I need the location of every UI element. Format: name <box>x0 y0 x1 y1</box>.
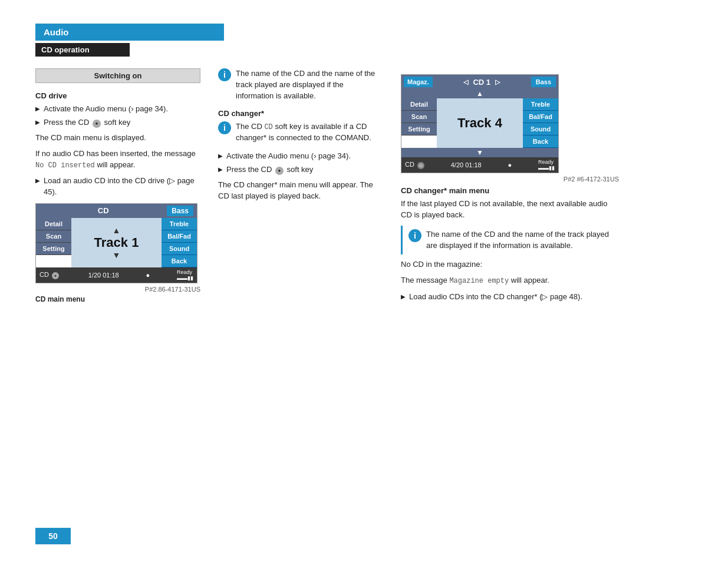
footer-time: 1/20 01:18 <box>88 272 119 279</box>
magazine-empty-code: Magazine empty <box>449 277 509 285</box>
changer-bass-btn[interactable]: Bass <box>531 77 556 87</box>
arrow-right-icon: ▷ <box>495 78 500 86</box>
cd-screen-right-btns: Treble Bal/Fad Sound Back <box>162 218 197 267</box>
info-icon-right: i <box>409 229 421 242</box>
cd-changer-title-bar: ◁ CD 1 ▷ <box>433 78 531 87</box>
cd-icon-mid: ● <box>275 167 284 175</box>
track-label: Track 1 <box>94 235 139 250</box>
load-changer-bullets: Load audio CDs into the CD changer* (▷ p… <box>401 292 619 302</box>
mid-column: i The name of the CD and the name of the… <box>212 68 395 207</box>
cd-icon-footer: ● <box>52 272 59 279</box>
cd-changer-screen: Magaz. ◁ CD 1 ▷ Bass ▲ Detail Scan Sett <box>401 74 559 173</box>
cd-screen-top: CD Bass <box>36 204 197 218</box>
bullet-press-cd-text: Press the CD ● soft key <box>44 117 130 128</box>
arrow-up-icon: ▲ <box>113 226 121 235</box>
changer-detail-btn[interactable]: Detail <box>401 98 437 111</box>
changer-balfad-btn[interactable]: Bal/Fad <box>523 111 558 123</box>
changer-desc1: If the last played CD is not available, … <box>401 199 619 221</box>
cd-setting-btn[interactable]: Setting <box>36 243 71 255</box>
changer-setting-btn[interactable]: Setting <box>401 123 437 135</box>
cd-changer-left-btns: Detail Scan Setting <box>401 98 437 148</box>
bullet-activate-audio: Activate the Audio menu (› page 34). <box>35 104 200 114</box>
changer-footer-cd: CD ◎ <box>405 161 424 169</box>
changer-bullet-press: Press the CD ● soft key <box>218 164 383 175</box>
cd-num-label: CD 1 <box>473 78 490 87</box>
main-columns: Switching on CD drive Activate the Audio… <box>35 68 693 307</box>
cd-screen-body: Detail Scan Setting ▲ Track 1 ▼ Treble B… <box>36 218 197 267</box>
right-column: Magaz. ◁ CD 1 ▷ Bass ▲ Detail Scan Sett <box>395 68 619 307</box>
no-cd-desc-part1: If no audio CD has been inserted, the me… <box>35 149 196 158</box>
changer-sound-btn[interactable]: Sound <box>523 123 558 135</box>
header-audio-label: Audio <box>35 24 224 41</box>
cd-changer-title: CD changer* <box>218 109 383 118</box>
cd-icon-small: ● <box>93 120 101 128</box>
info-block-1: i The name of the CD and the name of the… <box>218 68 383 102</box>
arrow-down-icon: ▼ <box>113 250 121 260</box>
cd-main-menu-label: CD main menu <box>35 295 200 303</box>
footer-cd-label: CD ● <box>39 271 61 279</box>
changer-press-text: Press the CD ● soft key <box>226 164 313 175</box>
load-cd-bullets: Load an audio CD into the CD drive (▷ pa… <box>35 176 200 197</box>
bullet-activate-audio-text: Activate the Audio menu (› page 34). <box>44 104 168 114</box>
changer-arrow-down: ▼ <box>476 148 483 157</box>
bullet-load-changer: Load audio CDs into the CD changer* (▷ p… <box>401 292 619 302</box>
changer-cd-icon: ◎ <box>417 162 424 169</box>
changer-track-label: Track 4 <box>457 115 502 131</box>
cd-back-btn[interactable]: Back <box>162 255 197 267</box>
info-icon-1: i <box>218 68 231 81</box>
cd-treble-btn[interactable]: Treble <box>162 218 197 230</box>
cd-scan-btn[interactable]: Scan <box>36 230 71 243</box>
cd-main-menu-screen: CD Bass Detail Scan Setting ▲ Track 1 ▼ <box>35 203 197 283</box>
changer-treble-btn[interactable]: Treble <box>523 98 558 111</box>
cd-main-desc2: If no audio CD has been inserted, the me… <box>35 148 200 171</box>
bullet-load-changer-text: Load audio CDs into the CD changer* (▷ p… <box>409 292 582 302</box>
info-icon-2: i <box>218 121 231 134</box>
note-box-inner: i The name of the CD and the name of the… <box>409 229 613 252</box>
cd-changer-arrow-row: ▲ <box>401 89 558 98</box>
note-box: i The name of the CD and the name of the… <box>401 226 619 255</box>
cd-screen-bass-btn[interactable]: Bass <box>167 206 193 216</box>
cd-screen-center: ▲ Track 1 ▼ <box>71 218 162 267</box>
magazine-empty-text: The message Magazine empty will appear. <box>401 275 619 286</box>
cd-changer-center: Track 4 <box>437 98 523 148</box>
cd-detail-btn[interactable]: Detail <box>36 218 71 230</box>
changer-footer-time: 4/20 01:18 <box>451 161 482 168</box>
magazine-empty-suffix: will appear. <box>511 276 549 285</box>
cd-changer-footer: CD ◎ 4/20 01:18 ● Ready▬▬▮▮ <box>401 157 558 173</box>
left-column: Switching on CD drive Activate the Audio… <box>35 68 212 303</box>
bullet-load-cd: Load an audio CD into the CD drive (▷ pa… <box>35 176 200 197</box>
bullet-load-cd-text: Load an audio CD into the CD drive (▷ pa… <box>44 176 200 197</box>
cd-drive-bullets: Activate the Audio menu (› page 34). Pre… <box>35 104 200 128</box>
cd-changer-main-menu-label: CD changer* main menu <box>401 186 619 195</box>
screen-image-ref: P#2.86-4171-31US <box>35 286 200 293</box>
cd-changer-body: Detail Scan Setting Track 4 Treble Bal/F… <box>401 98 558 148</box>
changer-scan-btn[interactable]: Scan <box>401 111 437 123</box>
changer-bullets: Activate the Audio menu (› page 34). Pre… <box>218 151 383 175</box>
cd-code-mid: CD <box>264 123 272 131</box>
bullet-press-cd: Press the CD ● soft key <box>35 117 200 128</box>
page-number: 50 <box>35 528 71 544</box>
footer-dot: ● <box>146 272 150 279</box>
cd-drive-title: CD drive <box>35 91 200 100</box>
changer-footer-ready: Ready▬▬▮▮ <box>538 159 555 171</box>
changer-desc: The CD changer* main menu will appear. T… <box>218 180 383 202</box>
cd-changer-arrow-down-row: ▼ <box>401 148 558 157</box>
cd-screen-top-title: CD <box>39 206 167 215</box>
no-cd-suffix: will appear. <box>97 160 135 169</box>
cd-balfad-btn[interactable]: Bal/Fad <box>162 230 197 243</box>
changer-image-ref: P#2 #6-4172-31US <box>401 176 619 183</box>
cd-changer-right-btns: Treble Bal/Fad Sound Back <box>523 98 558 148</box>
magaz-btn[interactable]: Magaz. <box>404 77 433 87</box>
changer-footer-dot: ● <box>508 161 512 168</box>
cd-changer-top: Magaz. ◁ CD 1 ▷ Bass <box>401 75 558 89</box>
changer-back-btn[interactable]: Back <box>523 135 558 148</box>
note-text: The name of the CD and the name of the t… <box>426 229 613 252</box>
info-text-1: The name of the CD and the name of the t… <box>236 68 383 102</box>
arrow-left-icon: ◁ <box>463 78 468 86</box>
changer-activate-text: Activate the Audio menu (› page 34). <box>226 151 351 161</box>
no-cd-label: No CD in the magazine: <box>401 259 619 270</box>
page-container: Audio CD operation Switching on CD drive… <box>0 0 728 562</box>
cd-screen-footer: CD ● 1/20 01:18 ● Ready▬▬▮▮ <box>36 267 197 283</box>
changer-bullet-activate: Activate the Audio menu (› page 34). <box>218 151 383 161</box>
cd-sound-btn[interactable]: Sound <box>162 243 197 255</box>
